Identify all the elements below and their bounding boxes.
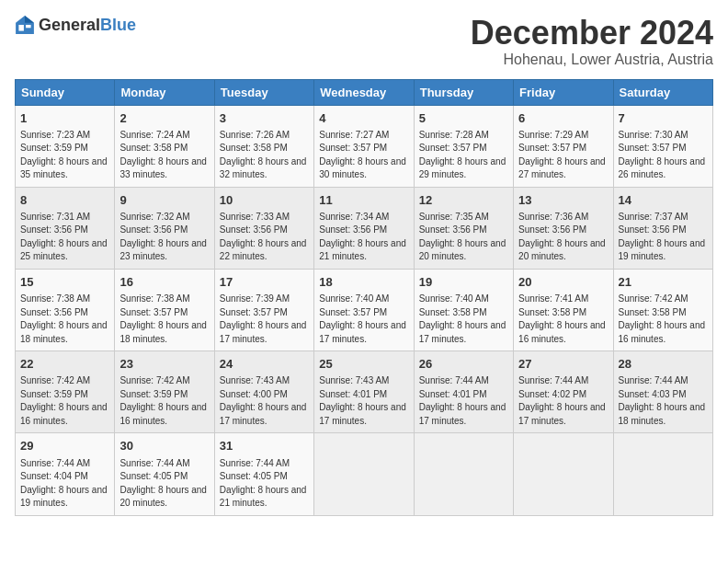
- day-info: Sunrise: 7:40 AM Sunset: 3:57 PM Dayligh…: [319, 293, 408, 346]
- day-cell: 1Sunrise: 7:23 AM Sunset: 3:59 PM Daylig…: [16, 105, 115, 187]
- day-number: 23: [119, 356, 209, 373]
- day-cell: 18Sunrise: 7:40 AM Sunset: 3:57 PM Dayli…: [314, 269, 414, 350]
- day-number: 9: [119, 192, 209, 209]
- day-info: Sunrise: 7:31 AM Sunset: 3:56 PM Dayligh…: [20, 211, 109, 264]
- day-cell: 21Sunrise: 7:42 AM Sunset: 3:58 PM Dayli…: [613, 269, 712, 350]
- day-cell: [514, 433, 613, 515]
- day-cell: 19Sunrise: 7:40 AM Sunset: 3:58 PM Dayli…: [414, 269, 513, 350]
- day-info: Sunrise: 7:43 AM Sunset: 4:01 PM Dayligh…: [319, 374, 408, 428]
- weekday-header-wednesday: Wednesday: [314, 79, 414, 105]
- day-number: 4: [319, 110, 408, 127]
- svg-rect-3: [26, 25, 30, 28]
- week-row-1: 1Sunrise: 7:23 AM Sunset: 3:59 PM Daylig…: [16, 105, 713, 187]
- month-title: December 2024: [471, 15, 713, 52]
- day-info: Sunrise: 7:42 AM Sunset: 3:59 PM Dayligh…: [20, 374, 109, 428]
- day-info: Sunrise: 7:44 AM Sunset: 4:03 PM Dayligh…: [619, 374, 708, 428]
- logo: GeneralBlue: [15, 15, 136, 35]
- day-number: 20: [518, 274, 608, 291]
- day-info: Sunrise: 7:30 AM Sunset: 3:57 PM Dayligh…: [619, 129, 708, 182]
- day-number: 19: [419, 274, 508, 291]
- svg-marker-1: [25, 16, 34, 23]
- day-number: 22: [20, 356, 109, 373]
- day-info: Sunrise: 7:42 AM Sunset: 3:59 PM Dayligh…: [119, 374, 209, 428]
- day-number: 21: [619, 274, 708, 291]
- day-info: Sunrise: 7:28 AM Sunset: 3:57 PM Dayligh…: [419, 129, 508, 182]
- day-cell: [414, 433, 513, 515]
- day-info: Sunrise: 7:38 AM Sunset: 3:57 PM Dayligh…: [119, 293, 209, 346]
- day-number: 3: [220, 110, 309, 127]
- day-info: Sunrise: 7:41 AM Sunset: 3:58 PM Dayligh…: [518, 293, 608, 346]
- day-number: 1: [20, 110, 109, 127]
- day-cell: 25Sunrise: 7:43 AM Sunset: 4:01 PM Dayli…: [314, 351, 414, 433]
- weekday-header-tuesday: Tuesday: [214, 79, 313, 105]
- logo-icon: [15, 15, 35, 35]
- day-info: Sunrise: 7:39 AM Sunset: 3:57 PM Dayligh…: [220, 293, 309, 346]
- day-info: Sunrise: 7:34 AM Sunset: 3:56 PM Dayligh…: [319, 211, 408, 264]
- day-info: Sunrise: 7:44 AM Sunset: 4:05 PM Dayligh…: [119, 457, 209, 511]
- day-info: Sunrise: 7:44 AM Sunset: 4:04 PM Dayligh…: [20, 457, 109, 511]
- title-area: December 2024 Hohenau, Lower Austria, Au…: [471, 15, 713, 68]
- day-cell: [613, 433, 712, 515]
- day-info: Sunrise: 7:35 AM Sunset: 3:56 PM Dayligh…: [419, 211, 508, 264]
- day-number: 17: [220, 274, 309, 291]
- day-cell: 30Sunrise: 7:44 AM Sunset: 4:05 PM Dayli…: [115, 433, 214, 515]
- day-number: 24: [220, 356, 309, 373]
- day-cell: 28Sunrise: 7:44 AM Sunset: 4:03 PM Dayli…: [613, 351, 712, 433]
- location-title: Hohenau, Lower Austria, Austria: [471, 52, 713, 68]
- day-info: Sunrise: 7:44 AM Sunset: 4:02 PM Dayligh…: [518, 374, 608, 428]
- calendar-body: 1Sunrise: 7:23 AM Sunset: 3:59 PM Daylig…: [16, 105, 713, 515]
- day-info: Sunrise: 7:27 AM Sunset: 3:57 PM Dayligh…: [319, 129, 408, 182]
- weekday-header-saturday: Saturday: [613, 79, 712, 105]
- day-info: Sunrise: 7:29 AM Sunset: 3:57 PM Dayligh…: [518, 129, 608, 182]
- calendar-header: SundayMondayTuesdayWednesdayThursdayFrid…: [16, 79, 713, 105]
- day-cell: 24Sunrise: 7:43 AM Sunset: 4:00 PM Dayli…: [214, 351, 313, 433]
- day-number: 29: [20, 438, 109, 454]
- day-number: 5: [419, 110, 508, 127]
- week-row-4: 22Sunrise: 7:42 AM Sunset: 3:59 PM Dayli…: [16, 351, 713, 433]
- day-cell: 23Sunrise: 7:42 AM Sunset: 3:59 PM Dayli…: [115, 351, 214, 433]
- day-cell: 29Sunrise: 7:44 AM Sunset: 4:04 PM Dayli…: [16, 433, 115, 515]
- weekday-header-monday: Monday: [115, 79, 214, 105]
- day-number: 15: [20, 274, 109, 291]
- day-number: 30: [119, 438, 209, 454]
- day-cell: 3Sunrise: 7:26 AM Sunset: 3:58 PM Daylig…: [214, 105, 313, 187]
- weekday-header-friday: Friday: [514, 79, 613, 105]
- day-cell: 11Sunrise: 7:34 AM Sunset: 3:56 PM Dayli…: [314, 187, 414, 269]
- day-cell: 13Sunrise: 7:36 AM Sunset: 3:56 PM Dayli…: [514, 187, 613, 269]
- page-header: GeneralBlue December 2024 Hohenau, Lower…: [15, 15, 713, 68]
- weekday-header-row: SundayMondayTuesdayWednesdayThursdayFrid…: [16, 79, 713, 105]
- day-info: Sunrise: 7:37 AM Sunset: 3:56 PM Dayligh…: [619, 211, 708, 264]
- day-cell: 12Sunrise: 7:35 AM Sunset: 3:56 PM Dayli…: [414, 187, 513, 269]
- day-number: 10: [220, 192, 309, 209]
- day-number: 31: [220, 438, 309, 454]
- day-cell: 9Sunrise: 7:32 AM Sunset: 3:56 PM Daylig…: [115, 187, 214, 269]
- day-number: 13: [518, 192, 608, 209]
- day-info: Sunrise: 7:26 AM Sunset: 3:58 PM Dayligh…: [220, 129, 309, 182]
- day-cell: 15Sunrise: 7:38 AM Sunset: 3:56 PM Dayli…: [16, 269, 115, 350]
- svg-rect-2: [18, 25, 24, 31]
- logo-text: GeneralBlue: [39, 17, 136, 34]
- day-number: 12: [419, 192, 508, 209]
- day-cell: 27Sunrise: 7:44 AM Sunset: 4:02 PM Dayli…: [514, 351, 613, 433]
- day-info: Sunrise: 7:40 AM Sunset: 3:58 PM Dayligh…: [419, 293, 508, 346]
- day-info: Sunrise: 7:42 AM Sunset: 3:58 PM Dayligh…: [619, 293, 708, 346]
- day-info: Sunrise: 7:33 AM Sunset: 3:56 PM Dayligh…: [220, 211, 309, 264]
- day-cell: 31Sunrise: 7:44 AM Sunset: 4:05 PM Dayli…: [214, 433, 313, 515]
- day-cell: 7Sunrise: 7:30 AM Sunset: 3:57 PM Daylig…: [613, 105, 712, 187]
- day-cell: 8Sunrise: 7:31 AM Sunset: 3:56 PM Daylig…: [16, 187, 115, 269]
- day-cell: 20Sunrise: 7:41 AM Sunset: 3:58 PM Dayli…: [514, 269, 613, 350]
- weekday-header-thursday: Thursday: [414, 79, 513, 105]
- day-number: 26: [419, 356, 508, 373]
- day-info: Sunrise: 7:44 AM Sunset: 4:01 PM Dayligh…: [419, 374, 508, 428]
- day-number: 8: [20, 192, 109, 209]
- day-cell: 6Sunrise: 7:29 AM Sunset: 3:57 PM Daylig…: [514, 105, 613, 187]
- day-info: Sunrise: 7:36 AM Sunset: 3:56 PM Dayligh…: [518, 211, 608, 264]
- day-number: 18: [319, 274, 408, 291]
- day-number: 2: [119, 110, 209, 127]
- day-number: 6: [518, 110, 608, 127]
- day-info: Sunrise: 7:24 AM Sunset: 3:58 PM Dayligh…: [119, 129, 209, 182]
- day-cell: [314, 433, 414, 515]
- day-number: 14: [619, 192, 708, 209]
- day-info: Sunrise: 7:38 AM Sunset: 3:56 PM Dayligh…: [20, 293, 109, 346]
- day-cell: 4Sunrise: 7:27 AM Sunset: 3:57 PM Daylig…: [314, 105, 414, 187]
